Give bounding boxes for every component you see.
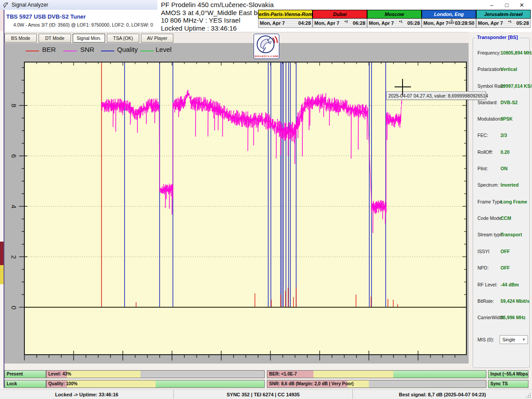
site-line: 10 806 MHz-V : YES Israel [161,16,274,24]
tp-value-11: Transport [501,232,522,237]
clock-city: Berlin-Paris-Vienna-Roma [258,10,313,19]
clock-offset: +2 [344,20,348,23]
quality-label: Quality: 100% [48,381,78,386]
statusbar-counters: SYNC 352 | TEI 6274 | CC 14935 [174,390,353,399]
legend-swatch-quality [101,51,114,51]
edge-segment [0,242,4,265]
mis-label: MIS (0): [477,337,494,342]
cursor-crosshair [402,79,403,95]
present-label: Present [7,372,23,376]
site-line: AMOS 3 at 4,0°W_Middle East beam [161,9,274,17]
tp-label-9: Frame Type: [477,199,504,204]
tp-value-12: OFF [501,249,510,254]
tp-label-0: Frequency: [477,50,501,55]
clock-city: Jerusalem-Israel [476,10,531,19]
signal-analyzer-window: Signal Analyzer PF Prodelin 450 cm/Lučen… [0,0,532,399]
clock-time: 05:28 [407,20,420,26]
minimize-button[interactable]: – [489,2,495,8]
resize-grip[interactable] [526,393,531,398]
legend-label-ber: BER [42,46,56,53]
dxsatcs-logo: DXSATCS.COM [254,34,279,59]
clock-1: DubaiMon, Apr 7+206:28 [313,10,367,28]
statusbar: Locked -> Uptime: 33:46:16 SYNC 352 | TE… [0,389,532,399]
clock-time: 06:28 [353,20,365,26]
tp-label-5: FEC: [477,133,488,138]
quality-bar: Quality: 100% [46,380,265,388]
clock-date: Mon, Apr 7 [314,20,339,26]
tp-value-0: 10805,894 MHz [501,50,532,55]
site-line: PF Prodelin 450 cm/Lučenec-Slovakia [161,1,274,9]
tp-value-9: Long Frame [501,199,527,204]
tab-bs-mode[interactable]: BS Mode [4,34,37,43]
tab-signal-mon-[interactable]: Signal Mon. [73,34,105,43]
lock-label: Lock [7,381,17,386]
level-label: Level: 43% [48,372,71,376]
clock-3: London, EngMon, Apr 7-1DST03:28:50 [422,10,476,28]
clock-date: Mon, Apr 7 [423,20,448,26]
tp-label-3: Standard: [477,100,498,105]
legend-label-level: Level [156,46,172,53]
tab-strip: BS ModeDT ModeSignal Mon.TSA (OK)AV Play… [4,32,469,43]
tp-value-10: CCM [501,215,511,221]
tp-value-15: 59,424 Mbit/s [501,298,529,304]
tp-value-5: 2/3 [501,133,507,138]
clock-0: Berlin-Paris-Vienna-RomaMon, Apr 704:28 [258,10,313,28]
clock-city: Moscow [367,10,422,19]
lock-indicator: Lock [4,380,46,388]
maximize-button[interactable]: □ [504,2,510,8]
sync-indicator: Sync TS [488,380,528,388]
clock-city: London, Eng [422,10,476,19]
transponder-panel: Transponder [BS] Frequency:10805,894 MHz… [472,35,530,368]
world-clocks: Berlin-Paris-Vienna-RomaMon, Apr 704:28D… [258,10,531,28]
tp-value-16: 35,996 MHz [501,315,526,320]
tp-label-12: ISSYI [477,249,489,254]
tp-value-14: -44 dBm [501,282,519,287]
tuner-info: TBS 5927 USB DVB-S2 Tuner 4.0W - Amos 3/… [4,10,157,32]
tab-tsa-ok-[interactable]: TSA (OK) [107,34,139,43]
clock-time-row: Mon, Apr 7+105:28 [367,19,422,28]
tuner-title: TBS 5927 USB DVB-S2 Tuner [6,13,86,20]
tp-label-1: Polarization: [477,66,503,72]
tp-value-2: 29997,014 KS/s [501,83,532,89]
tp-value-6: 0.20 [501,149,509,155]
tp-label-8: Spectrum: [477,182,499,188]
window-controls: – □ ✕ [489,2,525,8]
input-indicator: Input (~55,4 Mbps) [488,370,528,378]
clock-time: 04:28 [298,20,311,26]
tab-dt-mode[interactable]: DT Mode [39,34,71,43]
plot-background [24,62,466,355]
ber-fill [393,371,486,378]
clock-time-row: Mon, Apr 7-1DST03:28:50 [422,19,476,28]
site-line: Locked Uptime : 33:46:16 [161,24,274,32]
tp-label-6: RollOff: [477,149,493,155]
clock-date: Mon, Apr 7 [478,20,503,26]
tab-av-player[interactable]: AV Player [141,34,173,43]
tp-label-10: Code Mode: [477,215,503,221]
clock-4: Jerusalem-IsraelMon, Apr 7+105:28 [476,10,531,28]
clock-time-row: Mon, Apr 7+206:28 [313,19,367,28]
clock-offset: +1 [508,20,512,23]
snr-label: SNR: 8,6 dB (Margin: 2,0 dB | Very Poor) [269,381,354,386]
present-indicator: Present [4,370,46,378]
window-title: Signal Analyzer [12,2,48,8]
chevron-down-icon: ▼ [522,337,526,342]
level-bar: Level: 43% [46,370,265,378]
tp-value-7: ON [501,166,508,171]
tp-value-8: Inverted [501,182,519,188]
quality-fill [156,380,264,387]
tp-value-13: OFF [501,265,510,270]
mis-dropdown[interactable]: Single ▼ [500,335,528,344]
tp-value-1: Vertical [501,66,517,72]
close-button[interactable]: ✕ [519,2,525,8]
tp-label-7: Pilot: [477,166,488,171]
signal-plot[interactable] [16,62,469,361]
ber-label: BER: <1.0E-7 [269,372,297,376]
titlebar[interactable]: Signal Analyzer [0,0,160,10]
statusbar-best-signal: Best signal: 8,7 dB (2025-04-07 04:23) [353,390,532,399]
clock-dst-offset: -1DST [449,19,454,25]
app-icon [3,2,9,8]
site-info: PF Prodelin 450 cm/Lučenec-Slovakia AMOS… [161,1,274,32]
tp-label-13: NPD: [477,265,489,270]
edge-segment [0,265,4,284]
clock-city: Dubai [313,10,367,19]
